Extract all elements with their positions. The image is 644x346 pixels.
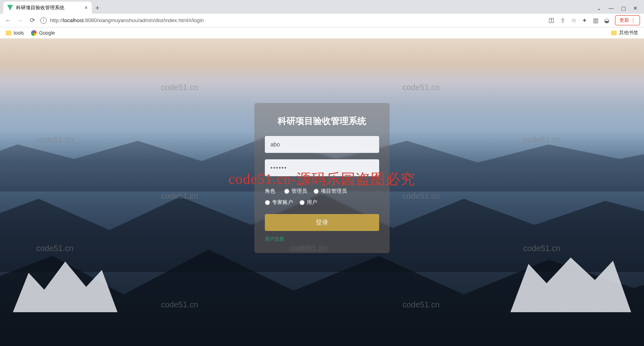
- side-panel-icon[interactable]: ▥: [593, 17, 599, 24]
- toolbar-right: ⚿ ⇪ ☆ ✦ ▥ ◒ 更新⋮: [549, 15, 640, 25]
- forward-button[interactable]: →: [16, 17, 24, 24]
- bookmark-tools[interactable]: tools: [6, 30, 24, 36]
- reload-button[interactable]: ⟳: [28, 16, 36, 24]
- page-viewport: code51.cn code51.cn code51.cn code51.cn …: [0, 39, 644, 346]
- tab-strip: 科研项目验收管理系统 × + ⌄ — ▢ ✕: [0, 0, 644, 14]
- bookmark-other[interactable]: 其他书签: [611, 29, 638, 36]
- watermark: code51.cn: [523, 135, 560, 144]
- folder-icon: [611, 31, 617, 35]
- update-button[interactable]: 更新⋮: [615, 15, 640, 25]
- share-icon[interactable]: ⇪: [560, 17, 566, 24]
- address-bar-row: ← → ⟳ i http://localhost:8080/xiangmuyan…: [0, 14, 644, 27]
- login-button[interactable]: 登录: [265, 214, 379, 231]
- role-label: 角色: [265, 187, 275, 195]
- watermark: code51.cn: [402, 83, 440, 92]
- role-option-user[interactable]: 用户: [299, 199, 317, 206]
- radio-input[interactable]: [265, 200, 270, 205]
- role-option-expert[interactable]: 专家账户: [265, 199, 293, 206]
- radio-input[interactable]: [299, 200, 305, 205]
- role-option-admin[interactable]: 管理员: [284, 187, 307, 195]
- folder-icon: [6, 31, 11, 35]
- password-key-icon[interactable]: ⚿: [549, 17, 555, 24]
- browser-tab[interactable]: 科研项目验收管理系统 ×: [3, 2, 92, 14]
- radio-input[interactable]: [284, 189, 289, 194]
- new-tab-button[interactable]: +: [92, 2, 103, 14]
- bookmarks-bar: tools Google 其他书签: [0, 27, 644, 39]
- role-radio-group: 角色 管理员 项目管理员 专家账户 用户: [265, 187, 379, 206]
- bookmark-star-icon[interactable]: ☆: [571, 17, 576, 24]
- watermark: code51.cn: [161, 83, 198, 92]
- chevron-down-icon[interactable]: ⌄: [597, 5, 601, 11]
- extensions-icon[interactable]: ✦: [582, 17, 587, 24]
- maximize-icon[interactable]: ▢: [621, 5, 626, 11]
- tab-title: 科研项目验收管理系统: [16, 4, 64, 11]
- password-input[interactable]: [265, 159, 379, 176]
- watermark: code51.cn: [402, 192, 440, 201]
- close-tab-icon[interactable]: ×: [85, 4, 88, 11]
- login-card: 科研项目验收管理系统 角色 管理员 项目管理员 专家账户 用户 登录 用户注册: [254, 103, 390, 253]
- minimize-icon[interactable]: —: [609, 5, 614, 11]
- watermark: code51.cn: [36, 135, 73, 144]
- address-bar[interactable]: i http://localhost:8080/xiangmuyanshou/a…: [40, 17, 545, 24]
- username-input[interactable]: [265, 136, 379, 153]
- vue-favicon-icon: [7, 5, 13, 10]
- bookmark-google[interactable]: Google: [31, 30, 55, 36]
- back-button[interactable]: ←: [4, 17, 12, 24]
- url-text: http://localhost:8080/xiangmuyanshou/adm…: [50, 17, 204, 23]
- site-info-icon[interactable]: i: [40, 17, 47, 24]
- profile-avatar-icon[interactable]: ◒: [604, 17, 609, 24]
- radio-input[interactable]: [314, 189, 319, 194]
- register-link[interactable]: 用户注册: [265, 236, 284, 243]
- login-title: 科研项目验收管理系统: [265, 115, 379, 127]
- role-option-project-admin[interactable]: 项目管理员: [314, 187, 347, 195]
- close-window-icon[interactable]: ✕: [633, 5, 638, 11]
- google-icon: [31, 30, 37, 36]
- window-controls: ⌄ — ▢ ✕: [597, 5, 644, 14]
